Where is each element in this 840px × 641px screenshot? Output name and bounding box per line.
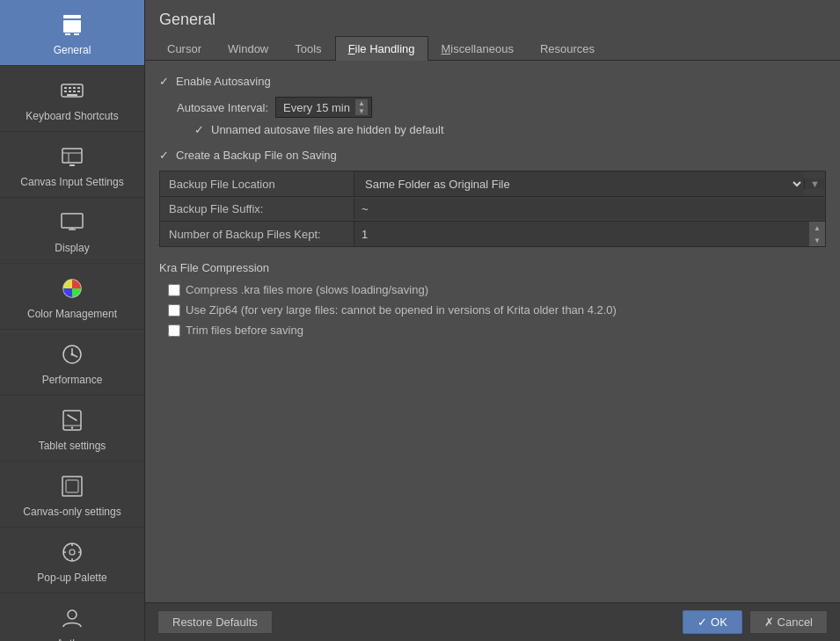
autosave-interval-value: Every 15 min: [280, 101, 355, 114]
backup-checkmark: ✓: [159, 149, 169, 162]
autosave-enable-row: ✓ Enable Autosaving: [159, 75, 826, 88]
sidebar-label-performance: Performance: [42, 374, 103, 386]
svg-point-25: [71, 353, 74, 356]
sidebar-item-general[interactable]: General: [0, 0, 144, 66]
content-area: ✓ Enable Autosaving Autosave Interval: E…: [145, 61, 840, 602]
unnamed-checkmark: ✓: [194, 123, 204, 136]
backup-suffix-label: Backup File Suffix:: [160, 197, 354, 221]
sidebar-label-display: Display: [55, 242, 89, 254]
spinbox-up-arrow[interactable]: ▲: [355, 99, 368, 107]
svg-rect-8: [77, 87, 80, 89]
svg-rect-6: [69, 87, 71, 89]
backup-suffix-value[interactable]: ~: [354, 199, 825, 219]
svg-point-38: [68, 610, 77, 619]
svg-rect-5: [64, 87, 67, 89]
backup-num-kept-row: Number of Backup Files Kept: ▲ ▼: [160, 222, 825, 246]
tab-tools[interactable]: Tools: [281, 36, 334, 61]
sidebar-label-author: Author: [56, 637, 87, 641]
tab-cursor[interactable]: Cursor: [154, 36, 215, 61]
kra-compress-row: Compress .kra files more (slows loading/…: [159, 283, 826, 296]
sidebar-item-canvas-input-settings[interactable]: Canvas Input Settings: [0, 132, 144, 198]
ok-label: OK: [711, 616, 727, 629]
main-content: General Cursor Window Tools File Handlin…: [145, 0, 840, 641]
svg-rect-1: [63, 20, 81, 33]
backup-header: ✓ Create a Backup File on Saving: [159, 149, 826, 162]
sidebar: General Keyboard Shortcuts: [0, 0, 145, 641]
sidebar-item-color-management[interactable]: Color Management: [0, 264, 144, 330]
backup-location-select[interactable]: Same Folder as Original File Custom Fold…: [354, 171, 804, 196]
sidebar-item-performance[interactable]: Performance: [0, 330, 144, 396]
kra-trim-label[interactable]: Trim files before saving: [186, 324, 303, 337]
canvas-only-icon: [56, 470, 88, 502]
backup-spinbox-down[interactable]: ▼: [809, 234, 825, 246]
svg-rect-11: [73, 91, 76, 92]
canvas-input-icon: [56, 141, 88, 172]
kra-compress-checkbox[interactable]: [168, 284, 180, 296]
ok-button[interactable]: ✓ OK: [683, 610, 741, 634]
sidebar-item-author[interactable]: Author: [0, 594, 144, 641]
sidebar-label-keyboard-shortcuts: Keyboard Shortcuts: [26, 110, 118, 122]
backup-suffix-row: Backup File Suffix: ~: [160, 197, 825, 222]
svg-line-29: [68, 415, 77, 420]
tablet-icon: [56, 404, 88, 436]
kra-trim-checkbox[interactable]: [168, 324, 180, 337]
sidebar-label-canvas-only: Canvas-only settings: [23, 506, 121, 518]
backup-num-kept-label: Number of Backup Files Kept:: [160, 222, 354, 246]
restore-defaults-button[interactable]: Restore Defaults: [157, 610, 273, 634]
backup-location-label: Backup File Location: [160, 172, 354, 196]
backup-fields: Backup File Location Same Folder as Orig…: [159, 171, 826, 247]
svg-point-33: [69, 550, 75, 555]
display-icon: [56, 207, 88, 238]
kra-section-title: Kra File Compression: [159, 261, 826, 274]
svg-rect-31: [66, 480, 78, 492]
svg-rect-12: [77, 91, 80, 92]
autosave-enable-label[interactable]: Enable Autosaving: [176, 75, 271, 88]
sidebar-item-display[interactable]: Display: [0, 198, 144, 264]
select-arrow-icon: ▼: [804, 178, 825, 189]
cancel-button[interactable]: ✗ Cancel: [749, 610, 828, 634]
kra-zip64-checkbox[interactable]: [168, 304, 180, 317]
sidebar-label-general: General: [54, 44, 91, 56]
backup-num-kept-input[interactable]: [354, 224, 809, 244]
backup-num-kept-spinbox[interactable]: ▲ ▼: [354, 222, 825, 246]
svg-rect-30: [62, 477, 82, 496]
unnamed-label[interactable]: Unnamed autosave files are hidden by def…: [211, 123, 444, 136]
autosave-interval-spinbox[interactable]: Every 15 min ▲ ▼: [275, 97, 372, 118]
tab-window[interactable]: Window: [215, 36, 281, 61]
sidebar-item-keyboard-shortcuts[interactable]: Keyboard Shortcuts: [0, 66, 144, 132]
cancel-label: Cancel: [778, 616, 813, 629]
svg-point-28: [71, 426, 73, 428]
backup-header-label[interactable]: Create a Backup File on Saving: [176, 149, 337, 162]
sidebar-item-popup-palette[interactable]: Pop-up Palette: [0, 528, 144, 594]
popup-palette-icon: [56, 536, 88, 568]
svg-rect-14: [62, 149, 82, 163]
backup-spinbox-up[interactable]: ▲: [809, 222, 825, 234]
svg-rect-9: [64, 91, 67, 92]
kra-trim-row: Trim files before saving: [159, 324, 826, 337]
tab-resources[interactable]: Resources: [527, 36, 608, 61]
svg-rect-17: [69, 164, 75, 166]
performance-icon: [56, 339, 88, 370]
sidebar-label-color-management: Color Management: [27, 308, 117, 320]
tab-miscellaneous[interactable]: Miscellaneous: [428, 36, 527, 61]
autosave-checkmark: ✓: [159, 75, 169, 88]
unnamed-autosave-row: ✓ Unnamed autosave files are hidden by d…: [159, 123, 826, 136]
tab-file-handling[interactable]: File Handling: [335, 36, 428, 61]
backup-location-row: Backup File Location Same Folder as Orig…: [160, 171, 825, 197]
svg-rect-18: [62, 214, 83, 228]
tabs-bar: Cursor Window Tools File Handling Miscel…: [145, 36, 840, 61]
svg-rect-0: [63, 15, 81, 18]
kra-zip64-row: Use Zip64 (for very large files: cannot …: [159, 303, 826, 317]
color-management-icon: [56, 273, 88, 304]
kra-compress-label[interactable]: Compress .kra files more (slows loading/…: [186, 283, 428, 296]
autosave-interval-row: Autosave Interval: Every 15 min ▲ ▼: [159, 97, 826, 118]
autosave-interval-label: Autosave Interval:: [177, 101, 268, 114]
general-icon: [56, 9, 88, 40]
spinbox-down-arrow[interactable]: ▼: [355, 107, 368, 115]
page-title: General: [145, 0, 840, 36]
bottom-bar: Restore Defaults ✓ OK ✗ Cancel: [145, 602, 840, 641]
kra-zip64-label[interactable]: Use Zip64 (for very large files: cannot …: [186, 303, 617, 317]
sidebar-item-canvas-only[interactable]: Canvas-only settings: [0, 462, 144, 528]
sidebar-item-tablet-settings[interactable]: Tablet settings: [0, 396, 144, 462]
svg-rect-2: [65, 33, 70, 35]
